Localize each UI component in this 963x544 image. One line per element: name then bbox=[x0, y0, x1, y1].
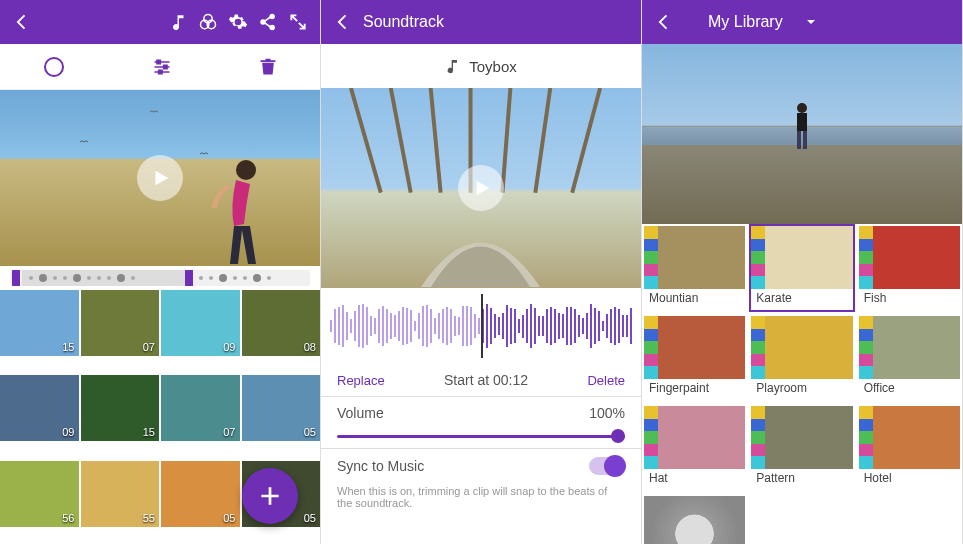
clip-thumb[interactable]: 09 bbox=[0, 375, 79, 441]
video-preview[interactable] bbox=[0, 90, 320, 266]
library-item[interactable] bbox=[642, 494, 747, 544]
settings-icon[interactable] bbox=[228, 12, 248, 32]
clip-duration: 15 bbox=[62, 341, 74, 353]
trash-icon[interactable] bbox=[258, 56, 278, 78]
top-bar bbox=[0, 0, 320, 44]
svg-rect-9 bbox=[159, 70, 162, 73]
aperture-icon[interactable] bbox=[42, 55, 66, 79]
music-note-icon[interactable] bbox=[170, 13, 188, 31]
playhead[interactable] bbox=[481, 294, 483, 358]
clip-thumb[interactable]: 15 bbox=[81, 375, 160, 441]
library-item[interactable]: Mountian bbox=[642, 224, 747, 312]
library-label: Office bbox=[859, 379, 960, 400]
svg-point-5 bbox=[270, 26, 274, 30]
chevron-down-icon bbox=[805, 16, 817, 28]
library-item[interactable]: Office bbox=[857, 314, 962, 402]
mode-bar bbox=[0, 44, 320, 90]
svg-rect-7 bbox=[157, 60, 160, 63]
back-icon[interactable] bbox=[333, 12, 353, 32]
editor-screen: 150709080915070556550505 bbox=[0, 0, 321, 544]
clip-thumb[interactable]: 55 bbox=[81, 461, 160, 527]
clip-thumb[interactable]: 09 bbox=[161, 290, 240, 356]
sliders-icon[interactable] bbox=[149, 57, 175, 77]
library-thumb bbox=[658, 406, 745, 469]
volume-slider[interactable] bbox=[321, 429, 641, 448]
library-label: Playroom bbox=[751, 379, 852, 400]
library-item[interactable]: Fish bbox=[857, 224, 962, 312]
color-swatch bbox=[644, 226, 658, 289]
clip-duration: 55 bbox=[143, 512, 155, 524]
track-label-row[interactable]: Toybox bbox=[321, 44, 641, 88]
back-icon[interactable] bbox=[654, 12, 674, 32]
svg-rect-12 bbox=[797, 113, 807, 131]
volume-row: Volume 100% bbox=[321, 397, 641, 429]
library-item[interactable]: Playroom bbox=[749, 314, 854, 402]
library-item[interactable]: Hotel bbox=[857, 404, 962, 492]
library-label: Pattern bbox=[751, 469, 852, 490]
start-row: Replace Start at 00:12 Delete bbox=[321, 364, 641, 396]
library-item[interactable]: Fingerpaint bbox=[642, 314, 747, 402]
clip-duration: 05 bbox=[304, 426, 316, 438]
library-label: Mountian bbox=[644, 289, 745, 310]
sync-toggle[interactable] bbox=[589, 457, 625, 475]
clip-thumb[interactable]: 56 bbox=[0, 461, 79, 527]
library-thumb bbox=[873, 316, 960, 379]
start-at-label: Start at 00:12 bbox=[385, 372, 588, 388]
clip-duration: 05 bbox=[304, 512, 316, 524]
video-preview[interactable] bbox=[321, 88, 641, 288]
clip-duration: 07 bbox=[143, 341, 155, 353]
library-title: My Library bbox=[708, 13, 783, 31]
delete-link[interactable]: Delete bbox=[587, 373, 625, 388]
color-swatch bbox=[859, 406, 873, 469]
track-name: Toybox bbox=[469, 58, 517, 75]
music-note-icon bbox=[445, 58, 461, 74]
color-swatch bbox=[644, 316, 658, 379]
add-fab[interactable] bbox=[242, 468, 298, 524]
waveform[interactable] bbox=[321, 288, 641, 364]
library-label: Fish bbox=[859, 289, 960, 310]
screen-title: Soundtrack bbox=[363, 13, 444, 31]
library-item[interactable]: Karate bbox=[749, 224, 854, 312]
svg-point-11 bbox=[797, 103, 807, 113]
clip-duration: 15 bbox=[143, 426, 155, 438]
clip-thumb[interactable]: 07 bbox=[161, 375, 240, 441]
clip-duration: 09 bbox=[223, 341, 235, 353]
video-preview[interactable] bbox=[642, 44, 962, 224]
clip-thumb[interactable]: 05 bbox=[242, 375, 321, 441]
back-icon[interactable] bbox=[12, 12, 32, 32]
play-button[interactable] bbox=[458, 165, 504, 211]
library-grid: MountianKarateFishFingerpaintPlayroomOff… bbox=[642, 224, 962, 544]
library-screen: My Library MountianKarateFishFingerpaint… bbox=[642, 0, 963, 544]
clip-thumb[interactable]: 07 bbox=[81, 290, 160, 356]
replace-link[interactable]: Replace bbox=[337, 373, 385, 388]
color-swatch bbox=[751, 226, 765, 289]
style-icon[interactable] bbox=[198, 12, 218, 32]
library-thumb bbox=[873, 226, 960, 289]
library-thumb bbox=[658, 316, 745, 379]
share-icon[interactable] bbox=[258, 12, 278, 32]
library-dropdown[interactable]: My Library bbox=[708, 13, 817, 31]
color-swatch bbox=[859, 316, 873, 379]
volume-label: Volume bbox=[337, 405, 384, 421]
play-button[interactable] bbox=[137, 155, 183, 201]
timeline[interactable] bbox=[0, 266, 320, 290]
clip-duration: 07 bbox=[223, 426, 235, 438]
expand-icon[interactable] bbox=[288, 12, 308, 32]
library-label: Fingerpaint bbox=[644, 379, 745, 400]
library-thumb bbox=[765, 226, 852, 289]
clip-duration: 05 bbox=[223, 512, 235, 524]
library-item[interactable]: Pattern bbox=[749, 404, 854, 492]
library-thumb bbox=[873, 406, 960, 469]
clip-duration: 56 bbox=[62, 512, 74, 524]
library-thumb bbox=[765, 316, 852, 379]
library-thumb bbox=[765, 406, 852, 469]
svg-rect-8 bbox=[164, 65, 167, 68]
library-item[interactable]: Hat bbox=[642, 404, 747, 492]
clip-thumb[interactable]: 15 bbox=[0, 290, 79, 356]
color-swatch bbox=[644, 406, 658, 469]
clip-thumb[interactable]: 05 bbox=[161, 461, 240, 527]
sync-row: Sync to Music bbox=[321, 449, 641, 483]
svg-point-6 bbox=[45, 58, 63, 76]
clip-thumb[interactable]: 08 bbox=[242, 290, 321, 356]
library-label: Karate bbox=[751, 289, 852, 310]
